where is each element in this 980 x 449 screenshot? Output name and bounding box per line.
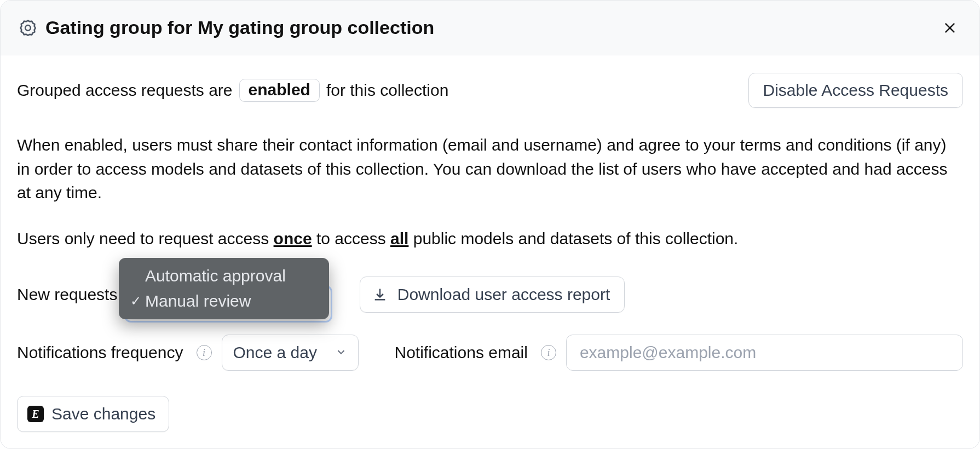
notifications-frequency-select[interactable]: Once a day — [222, 335, 359, 371]
emphasis-once: once — [274, 229, 312, 247]
save-button-label: Save changes — [51, 405, 155, 423]
notifications-email-label: Notifications email — [395, 343, 528, 362]
check-icon — [129, 293, 143, 309]
disable-access-requests-button[interactable]: Disable Access Requests — [748, 73, 964, 108]
status-suffix: for this collection — [326, 81, 448, 100]
notifications-frequency-label: Notifications frequency — [17, 343, 183, 362]
modal-title: Gating group for My gating group collect… — [45, 17, 938, 38]
notifications-row: Notifications frequency i Once a day Not… — [17, 335, 963, 371]
svg-point-0 — [25, 25, 31, 31]
dropdown-option-manual-review[interactable]: Manual review — [119, 289, 329, 314]
save-changes-button[interactable]: E Save changes — [17, 396, 169, 432]
status-badge: enabled — [239, 79, 320, 102]
new-requests-label: New requests: — [17, 285, 122, 304]
chevron-down-icon — [335, 343, 347, 362]
emphasis-all: all — [390, 229, 408, 247]
close-button[interactable] — [938, 16, 962, 40]
dropdown-option-automatic-approval[interactable]: Automatic approval — [119, 263, 329, 289]
gating-group-modal: Gating group for My gating group collect… — [0, 0, 980, 449]
description-paragraph-2: Users only need to request access once t… — [17, 227, 963, 251]
notifications-email-input[interactable] — [580, 343, 949, 362]
info-icon[interactable]: i — [197, 345, 212, 360]
notifications-email-group: Notifications email i — [395, 335, 964, 371]
notifications-email-field-wrap — [566, 335, 963, 371]
save-icon: E — [27, 406, 44, 422]
notifications-frequency-value: Once a day — [233, 343, 317, 362]
modal-body: Grouped access requests are enabled for … — [1, 55, 979, 448]
download-user-access-report-button[interactable]: Download user access report — [360, 277, 625, 313]
status-row: Grouped access requests are enabled for … — [17, 73, 963, 108]
description-paragraph-1: When enabled, users must share their con… — [17, 133, 963, 205]
download-icon — [372, 287, 388, 302]
new-requests-dropdown: Automatic approval Manual review — [119, 258, 329, 319]
download-button-label: Download user access report — [397, 285, 610, 304]
modal-header: Gating group for My gating group collect… — [1, 1, 979, 55]
close-icon — [942, 20, 958, 36]
status-prefix: Grouped access requests are — [17, 81, 233, 100]
info-icon[interactable]: i — [541, 345, 556, 360]
gating-icon — [18, 18, 38, 38]
